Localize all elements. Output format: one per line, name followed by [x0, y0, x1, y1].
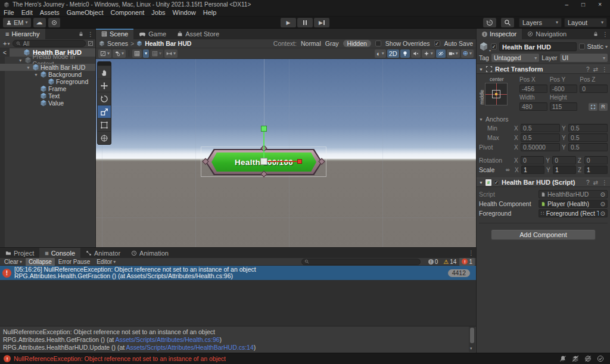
grid-visibility-dropdown[interactable]: ▾ [143, 49, 149, 58]
step-button[interactable]: ▶ [314, 18, 329, 27]
foldout-icon[interactable]: ▼ [18, 58, 23, 63]
lock-icon[interactable] [78, 31, 84, 37]
tool-handle-rotation-button[interactable]: ▾ [113, 49, 126, 58]
link-scale-icon[interactable]: ∞ [506, 167, 513, 173]
scale-tool-button[interactable] [98, 105, 111, 118]
menu-file[interactable]: File [0, 9, 18, 16]
component-menu-icon[interactable]: ⋮ [602, 66, 608, 73]
status-bar[interactable]: ! NullReferenceException: Object referen… [0, 353, 610, 364]
hierarchy-item-foreground[interactable]: Foreground [0, 78, 95, 85]
tab-animator[interactable]: Animator [80, 248, 126, 258]
transform-tool-button[interactable] [98, 131, 111, 144]
anchor-max-x-field[interactable]: 0.5 [521, 133, 560, 142]
cache-server-off-icon[interactable] [572, 355, 579, 362]
breadcrumb-scenes[interactable]: Scenes [107, 40, 128, 47]
blueprint-mode-button[interactable] [589, 103, 597, 111]
gizmo-center-handle[interactable] [260, 158, 267, 165]
account-dropdown[interactable]: EM ▾ [3, 18, 31, 27]
pos-x-field[interactable]: -456 [519, 85, 547, 93]
context-hidden-button[interactable]: Hidden [343, 40, 371, 47]
console-log-entry[interactable]: ! [05:16:26] NullReferenceException: Obj… [0, 266, 476, 280]
tab-console[interactable]: ≡ Console [39, 248, 80, 258]
auto-lighting-off-icon[interactable] [559, 355, 567, 362]
object-picker-icon[interactable]: ⊙ [600, 191, 605, 198]
auto-save-checkbox[interactable]: ✓ [434, 41, 440, 46]
tab-animation[interactable]: Animation [126, 248, 174, 258]
pos-y-field[interactable]: -600 [550, 85, 578, 93]
health-component-field[interactable]: Player (Health) ⊙ [539, 200, 608, 208]
hierarchy-item-prefab-context[interactable]: ▼ Prefab Mode in Context [0, 57, 95, 64]
menu-component[interactable]: Component [107, 9, 148, 16]
gameobject-name-field[interactable]: Health Bar HUD [499, 42, 577, 51]
tab-asset-store[interactable]: Asset Store [172, 29, 225, 39]
foldout-icon[interactable]: ▼ [33, 73, 39, 77]
create-object-button[interactable]: + ▾ [2, 40, 11, 47]
collapse-toggle[interactable]: Collapse [26, 258, 55, 266]
clear-button[interactable]: Clear ▾ [1, 258, 25, 266]
error-pause-toggle[interactable]: Error Pause [55, 258, 93, 266]
presets-icon[interactable]: ⇄ [593, 179, 598, 186]
measure-button[interactable]: ▾ [164, 49, 178, 58]
presets-icon[interactable]: ⇄ [593, 66, 598, 73]
help-icon[interactable]: ? [586, 66, 590, 73]
static-dropdown-icon[interactable]: ▾ [605, 44, 608, 49]
status-message[interactable]: NullReferenceException: Object reference… [14, 355, 226, 362]
lock-icon[interactable] [593, 31, 599, 37]
undo-history-button[interactable] [483, 18, 496, 27]
scene-audio-toggle[interactable] [411, 49, 421, 58]
rect-transform-header[interactable]: ▼ Rect Transform ? ⇄ ⋮ [477, 64, 610, 74]
collab-offline-icon[interactable] [584, 355, 592, 362]
gizmo-x-handle[interactable] [297, 159, 302, 164]
tab-hierarchy[interactable]: ≡ Hierarchy [0, 29, 45, 39]
context-gray-button[interactable]: Gray [325, 40, 339, 47]
hierarchy-search-input[interactable]: All [13, 40, 86, 47]
object-picker-icon[interactable]: ⊙ [600, 210, 605, 217]
scale-z-field[interactable]: 1 [584, 166, 608, 174]
layer-dropdown[interactable]: UI ▾ [560, 54, 608, 62]
detail-scrollbar[interactable]: ▾ [469, 326, 475, 352]
raw-edit-mode-button[interactable]: R [599, 103, 608, 111]
grid-visibility-button[interactable] [132, 49, 142, 58]
layout-dropdown[interactable]: Layout ▾ [564, 18, 607, 27]
foldout-icon[interactable]: ▼ [26, 66, 31, 70]
component-enabled-checkbox[interactable]: ✓ [494, 180, 499, 185]
rotation-x-field[interactable]: 0 [521, 156, 544, 164]
scene-lighting-toggle[interactable] [400, 49, 410, 58]
script-object-field[interactable]: HealthBarHUD ⊙ [539, 190, 608, 198]
height-field[interactable]: 115 [550, 102, 578, 111]
prefab-back-button[interactable]: < [0, 48, 10, 57]
scene-viewport[interactable]: Health 100/100 [96, 59, 476, 247]
gizmos-dropdown[interactable]: ⊕ ▾ [461, 49, 474, 58]
rotation-y-field[interactable]: 0 [552, 156, 575, 164]
menu-jobs[interactable]: Jobs [148, 9, 169, 16]
scene-visibility-toggle[interactable] [436, 49, 446, 58]
menu-window[interactable]: Window [169, 9, 200, 16]
tab-game[interactable]: Game [133, 29, 172, 39]
hierarchy-item-text[interactable]: Text [0, 92, 95, 99]
foldout-icon[interactable]: ▼ [479, 67, 483, 71]
panel-menu-icon[interactable]: ⋮ [468, 250, 474, 256]
stacktrace-link[interactable]: Assets/Scripts/Attributes/Health.cs:96 [115, 336, 219, 343]
foldout-icon[interactable]: ▼ [479, 181, 483, 185]
hierarchy-item-frame[interactable]: Frame [0, 85, 95, 92]
component-menu-icon[interactable]: ⋮ [602, 179, 608, 186]
menu-edit[interactable]: Edit [18, 9, 36, 16]
pivot-y-field[interactable]: 0.5 [568, 143, 608, 151]
add-component-button[interactable]: Add Component [491, 229, 596, 240]
anchor-preset-widget[interactable]: center middle [479, 76, 516, 113]
menu-assets[interactable]: Assets [36, 9, 63, 16]
tab-scene[interactable]: Scene [96, 29, 133, 39]
scale-y-field[interactable]: 1 [553, 166, 576, 174]
console-search-input[interactable] [301, 259, 421, 265]
layers-dropdown[interactable]: Layers ▾ [519, 18, 562, 27]
width-field[interactable]: 480 [519, 102, 547, 111]
panel-menu-icon[interactable]: ⋮ [88, 31, 94, 38]
gizmo-y-handle[interactable] [261, 126, 267, 132]
move-tool-button[interactable] [98, 79, 111, 92]
tab-inspector[interactable]: i Inspector [477, 29, 522, 39]
minimize-button[interactable]: – [565, 1, 569, 8]
effects-dropdown[interactable]: ▾ [422, 49, 435, 58]
stacktrace-link[interactable]: Assets/Scripts/Attributes/HealthBarHUD.c… [126, 344, 254, 351]
anchors-foldout[interactable]: ▼ Anchors [479, 116, 608, 123]
pos-z-field[interactable]: 0 [580, 85, 608, 93]
